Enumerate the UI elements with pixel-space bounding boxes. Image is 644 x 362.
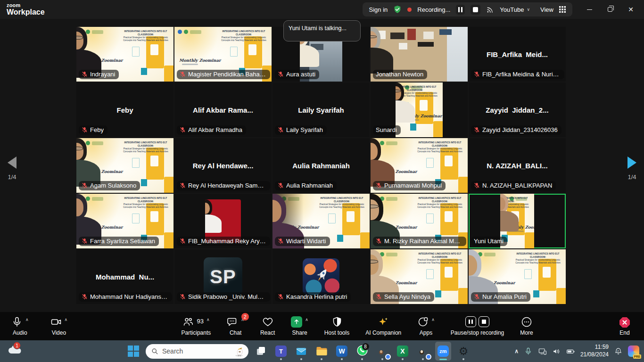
audio-button[interactable]: ∧ Audio	[11, 316, 29, 336]
participant-tile[interactable]: INTEGRATING LINGUISTICS INTO ELT CLASSRO…	[371, 249, 468, 304]
participant-name-label: Mohammad Nur Hadiyansyah	[79, 292, 172, 302]
sign-in-link[interactable]: Sign in	[369, 6, 388, 13]
taskbar-chrome2-icon[interactable]	[415, 342, 431, 361]
end-meeting-button[interactable]: End	[619, 316, 631, 336]
participant-name-label: Rey Al Hendaweyah Samantha	[177, 181, 270, 190]
tray-display-cast-icon[interactable]	[538, 347, 547, 356]
audio-label: Audio	[13, 329, 27, 336]
muted-mic-icon	[278, 127, 284, 133]
taskbar-mail-icon[interactable]	[293, 342, 309, 361]
participants-button[interactable]: 93 ∧ Participants	[182, 316, 211, 336]
participant-tile[interactable]: Alif Akbar Rama...Alif Akbar Ramadha	[174, 82, 272, 137]
video-options-chevron-icon[interactable]: ∧	[65, 317, 68, 322]
seminar-title-text: INTEGRATING LINGUISTICS INTO ELT CLASSRO…	[415, 197, 465, 209]
participant-tile[interactable]: Rey Al Hendawe...Rey Al Hendaweyah Saman…	[174, 138, 272, 193]
tray-notification-bell-icon[interactable]: z	[614, 347, 623, 356]
participant-tile[interactable]: INTEGRATING LINGUISTICS INTO ELT CLASSRO…	[469, 249, 566, 304]
pause-recording-icon[interactable]	[465, 316, 476, 327]
taskbar-whatsapp-icon[interactable]: 8	[354, 342, 370, 361]
search-highlight-bird-image[interactable]	[233, 346, 246, 357]
logo-zoom-text: zoom	[7, 3, 45, 8]
copilot-tray-icon[interactable]: PRE	[628, 346, 639, 357]
pause-recording-button[interactable]	[456, 5, 465, 15]
participant-tile[interactable]: Zayyid Jiddan_2...Zayyid Jiddan_23140260…	[469, 82, 566, 137]
stop-recording-button[interactable]	[471, 5, 480, 15]
pause-stop-recording-button[interactable]: Pause/stop recording	[451, 316, 504, 336]
participant-tile[interactable]: Aulia RahmaniahAulia Rahmaniah	[272, 138, 370, 193]
seminar-title-text: INTEGRATING LINGUISTICS INTO ELT CLASSRO…	[121, 197, 171, 209]
task-view-icon	[256, 346, 266, 356]
tray-clock[interactable]: 11:59 21/08/2024	[580, 344, 609, 358]
next-page-arrow-icon[interactable]	[627, 156, 636, 169]
youtube-stream-label[interactable]: YouTube	[500, 6, 524, 13]
participant-tile[interactable]: Mohammad Nu...Mohammad Nur Hadiyansyah	[76, 249, 173, 304]
participant-tile[interactable]: Kasandra Herlina putri	[272, 249, 370, 304]
participant-tile[interactable]: INTEGRATING LINGUISTICS INTO ELT CLASSRO…	[76, 194, 173, 248]
task-view-button[interactable]	[253, 342, 269, 361]
seminar-title-line: INTEGRATING LINGUISTICS INTO ELT CLASSRO…	[415, 141, 465, 148]
taskbar-settings-icon[interactable]: ⚙	[455, 342, 471, 361]
ai-companion-button[interactable]: AI Companion	[365, 316, 401, 336]
tray-battery-icon[interactable]	[566, 347, 575, 356]
participant-tile[interactable]: INTEGRATING LINGUISTICS INTO ELT CLASSRO…	[76, 27, 173, 82]
share-chevron-icon[interactable]: ∧	[305, 317, 308, 322]
window-minimize-button[interactable]	[579, 0, 600, 19]
participant-tile[interactable]: INTEGRATING LINGUISTICS INTO ELT CLASSRO…	[174, 27, 272, 82]
participants-chevron-icon[interactable]: ∧	[206, 317, 210, 322]
microphone-icon	[11, 316, 23, 328]
apps-button[interactable]: ∧ Apps	[417, 316, 435, 336]
participant-tile[interactable]: INTEGRATING LINGUISTICS INTO ELT CLASSRO…	[371, 194, 468, 248]
security-shield-icon[interactable]	[393, 5, 402, 14]
participant-tile[interactable]: SPSidik Prabowo _Univ. Mulawar...	[174, 249, 272, 304]
gallery-next-page-button[interactable]: 1/4	[627, 156, 636, 181]
taskbar-chrome-icon[interactable]	[374, 342, 390, 361]
participant-tile[interactable]: INTEGRATING LINGUISTICS INTO ELT CLASSRO…	[371, 138, 468, 193]
prev-page-arrow-icon[interactable]	[8, 156, 17, 169]
taskbar-word-icon[interactable]: W	[334, 342, 350, 361]
seminar-outline-square-shape	[132, 214, 140, 223]
participant-tile[interactable]: INTEGRATING LINGUISTICS INTO ELT CLASSRO…	[469, 194, 566, 248]
taskbar-search-box[interactable]: Search	[146, 344, 248, 359]
gallery-prev-page-button[interactable]: 1/4	[8, 156, 17, 181]
chat-icon	[227, 316, 238, 328]
taskbar-zoom-icon[interactable]: zm	[435, 342, 451, 361]
taskbar-excel-icon[interactable]: X	[395, 342, 411, 361]
participant-tile[interactable]: Jonathan Newton	[371, 27, 468, 82]
participant-tile[interactable]: FIB_Muhammad Reky Arya Nu...	[174, 194, 272, 248]
react-button[interactable]: React	[260, 316, 275, 336]
onedrive-badge: 1	[13, 342, 21, 349]
participant-tile[interactable]: FIB_Arfika Meid...FIB_Arfika Meidina & N…	[469, 27, 566, 82]
view-grid-icon[interactable]	[559, 6, 566, 13]
participant-tile[interactable]: INTEGRATING LINGUISTICS INTO ELT CLASSRO…	[272, 194, 370, 248]
more-button[interactable]: More	[520, 316, 533, 336]
apps-label: Apps	[420, 329, 432, 336]
participant-name-text: Sunardi	[376, 126, 397, 133]
share-button[interactable]: ∧ Share	[291, 316, 308, 336]
tray-hidden-icons-chevron[interactable]: ∧	[514, 348, 519, 354]
view-button-label[interactable]: View	[540, 6, 553, 13]
onedrive-tray-icon[interactable]: 1	[8, 344, 23, 358]
participant-tile[interactable]: N. AZIZAH_BALI...N. AZIZAH_BALIKPAPAN	[469, 138, 566, 193]
window-close-button[interactable]: ✕	[620, 0, 641, 19]
sp-avatar-image: SP	[204, 257, 242, 296]
audio-options-chevron-icon[interactable]: ∧	[25, 317, 29, 322]
participant-tile[interactable]: INTEGRATING LINGUISTICS INTO ELT CLASSRO…	[76, 138, 173, 193]
start-button[interactable]	[125, 342, 141, 361]
taskbar-file-explorer-icon[interactable]	[314, 342, 330, 361]
chrome2-profile-avatar	[419, 350, 424, 355]
participant-tile[interactable]: INTEGRATING LINGUISTICS INTO ELT CLASSRO…	[371, 82, 468, 137]
host-tools-button[interactable]: Host tools	[324, 316, 349, 336]
seminar-logo-green	[184, 30, 188, 34]
youtube-chevron-down-icon[interactable]: ∨	[527, 7, 530, 12]
tray-volume-icon[interactable]	[552, 347, 561, 356]
participant-tile[interactable]: Laily SyarifahLaily Syarifah	[272, 82, 370, 137]
stop-recording-icon[interactable]	[479, 316, 489, 327]
tray-microphone-icon[interactable]	[524, 347, 533, 356]
window-restore-button[interactable]	[600, 0, 620, 19]
participant-tile[interactable]: FebyFeby	[76, 82, 173, 137]
apps-chevron-icon[interactable]: ∧	[431, 317, 435, 322]
video-button[interactable]: ∧ Video	[50, 316, 68, 336]
chat-button[interactable]: 2 ∧ Chat	[227, 316, 244, 336]
participant-name-label: Nur Amalia Putri	[471, 292, 530, 302]
taskbar-teams-icon[interactable]: T	[273, 342, 289, 361]
